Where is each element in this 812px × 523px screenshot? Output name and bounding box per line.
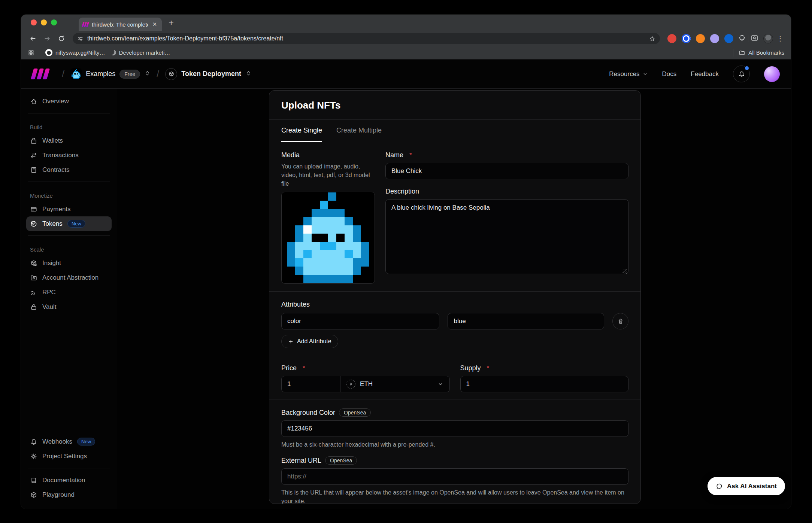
chevron-down-icon xyxy=(437,381,443,387)
extensions-puzzle-icon[interactable] xyxy=(738,34,746,43)
add-attribute-label: Add Attribute xyxy=(297,338,331,345)
background-color-label: Background Color xyxy=(281,409,335,417)
transactions-icon xyxy=(30,152,37,159)
thirdweb-favicon-icon xyxy=(82,22,88,27)
browser-tab[interactable]: thirdweb: The complete web3 ✕ xyxy=(79,18,162,31)
attribute-value-input[interactable] xyxy=(448,313,604,329)
sidebar-item-vault[interactable]: Vault xyxy=(26,299,112,314)
browser-profile-avatar[interactable] xyxy=(763,34,773,43)
extension-icon-metamask[interactable] xyxy=(696,34,705,43)
url-text[interactable]: thirdweb.com/team/examples/Token-Deploym… xyxy=(87,35,645,42)
tokens-icon xyxy=(30,220,37,228)
sidebar-item-insight[interactable]: Insight xyxy=(26,256,112,270)
all-bookmarks-button[interactable]: All Bookmarks xyxy=(739,49,784,56)
tab-title: thirdweb: The complete web3 xyxy=(92,21,148,28)
close-window-button[interactable] xyxy=(31,19,37,25)
sidebar-section-label: Scale xyxy=(30,246,108,253)
add-attribute-button[interactable]: Add Attribute xyxy=(281,335,338,348)
sidebar-item-overview[interactable]: Overview xyxy=(26,94,112,109)
currency-select[interactable]: ETH xyxy=(340,376,450,392)
project-selector[interactable]: Token Deployment xyxy=(165,68,252,80)
supply-label: Supply xyxy=(460,364,481,372)
sidebar-item-label: Webhooks xyxy=(42,438,72,446)
sidebar-item-transactions[interactable]: Transactions xyxy=(26,148,112,162)
sidebar-item-project-settings[interactable]: Project Settings xyxy=(26,449,112,463)
bookmark-star-icon[interactable] xyxy=(649,36,655,42)
required-asterisk: * xyxy=(487,365,490,372)
chevrons-updown-icon[interactable] xyxy=(144,70,151,78)
wallet-icon xyxy=(30,137,37,145)
sidebar-item-playground[interactable]: Playground xyxy=(26,487,112,502)
sidebar-item-tokens[interactable]: TokensNew xyxy=(26,216,112,231)
toolbar-divider xyxy=(748,35,748,42)
book-icon xyxy=(30,477,37,484)
media-label: Media xyxy=(281,151,375,159)
feedback-label: Feedback xyxy=(691,70,719,78)
browser-menu-icon[interactable]: ⋮ xyxy=(775,34,785,43)
form-tabs: Create Single Create Multiple xyxy=(269,120,640,142)
sidebar-item-documentation[interactable]: Documentation xyxy=(26,473,112,487)
price-input[interactable] xyxy=(281,376,340,392)
description-input[interactable]: A blue chick living on Base Sepolia xyxy=(385,199,628,274)
sidebar-divider xyxy=(28,468,110,468)
tab-create-single[interactable]: Create Single xyxy=(281,120,322,142)
media-preview[interactable] xyxy=(281,192,375,284)
bookmark-niftyswap[interactable]: niftyswap.gg/Nifty… xyxy=(45,49,105,56)
page-title: Upload NFTs xyxy=(281,100,628,111)
apps-grid-icon[interactable] xyxy=(28,49,34,56)
sidebar-item-label: Project Settings xyxy=(42,453,87,460)
upload-nfts-card: Upload NFTs Create Single Create Multipl… xyxy=(269,90,641,504)
account-avatar[interactable] xyxy=(764,66,780,82)
extension-icon-phantom[interactable] xyxy=(710,34,719,43)
sidebar-item-payments[interactable]: Payments xyxy=(26,202,112,216)
browser-window: thirdweb: The complete web3 ✕ + thirdweb… xyxy=(21,14,791,509)
screen-search-icon[interactable] xyxy=(751,34,758,43)
notifications-button[interactable] xyxy=(733,66,750,82)
sidebar-item-wallets[interactable]: Wallets xyxy=(26,133,112,148)
sidebar-item-label: Tokens xyxy=(42,220,63,228)
forward-nav-icon[interactable] xyxy=(41,33,53,45)
resources-label: Resources xyxy=(609,70,639,78)
sidebar-item-account-abstraction[interactable]: Account Abstraction xyxy=(26,270,112,285)
nft-image xyxy=(287,192,369,283)
crescent-icon xyxy=(110,49,116,56)
sidebar-item-label: Wallets xyxy=(42,137,63,145)
url-bar[interactable]: thirdweb.com/team/examples/Token-Deploym… xyxy=(73,33,660,44)
sidebar-item-rpc[interactable]: RPC xyxy=(26,285,112,299)
team-selector[interactable]: Examples Free xyxy=(70,68,151,80)
minimize-window-button[interactable] xyxy=(41,19,47,25)
ask-ai-assistant-button[interactable]: Ask AI Assistant xyxy=(708,477,785,495)
sidebar-item-contracts[interactable]: Contracts xyxy=(26,162,112,177)
docs-link[interactable]: Docs xyxy=(662,70,677,78)
name-input[interactable] xyxy=(385,163,628,179)
app-header: / Examples Free / Token Deployment Resou… xyxy=(21,60,791,89)
thirdweb-logo-icon[interactable] xyxy=(32,69,48,79)
external-url-input[interactable] xyxy=(281,468,628,485)
feedback-link[interactable]: Feedback xyxy=(691,70,719,78)
bookmarks-divider xyxy=(40,49,40,57)
attribute-trait-input[interactable] xyxy=(281,313,439,329)
bookmark-developer-marketing[interactable]: Developer marketi… xyxy=(110,49,170,56)
external-url-label: External URL xyxy=(281,457,321,465)
chevrons-updown-icon[interactable] xyxy=(245,70,252,78)
plan-badge: Free xyxy=(119,70,140,79)
extension-icon-daily-dev[interactable] xyxy=(667,34,676,43)
supply-input[interactable] xyxy=(460,376,629,392)
background-color-input[interactable] xyxy=(281,420,628,437)
zoom-window-button[interactable] xyxy=(51,19,57,25)
sidebar-item-webhooks[interactable]: WebhooksNew xyxy=(26,434,112,449)
back-nav-icon[interactable] xyxy=(27,33,39,45)
sidebar-divider xyxy=(28,182,110,182)
home-icon xyxy=(30,98,37,105)
extension-icon-opera[interactable] xyxy=(682,34,691,43)
sidebar-item-label: Insight xyxy=(42,259,61,267)
resources-menu[interactable]: Resources xyxy=(609,70,648,78)
new-tab-button[interactable]: + xyxy=(169,16,174,30)
extension-icon-wallet[interactable] xyxy=(724,34,733,43)
close-tab-icon[interactable]: ✕ xyxy=(151,21,158,28)
tab-create-multiple[interactable]: Create Multiple xyxy=(336,120,382,142)
delete-attribute-button[interactable] xyxy=(612,313,628,329)
site-settings-icon[interactable] xyxy=(77,36,84,42)
sidebar-item-label: Contracts xyxy=(42,166,70,174)
reload-icon[interactable] xyxy=(55,33,67,45)
